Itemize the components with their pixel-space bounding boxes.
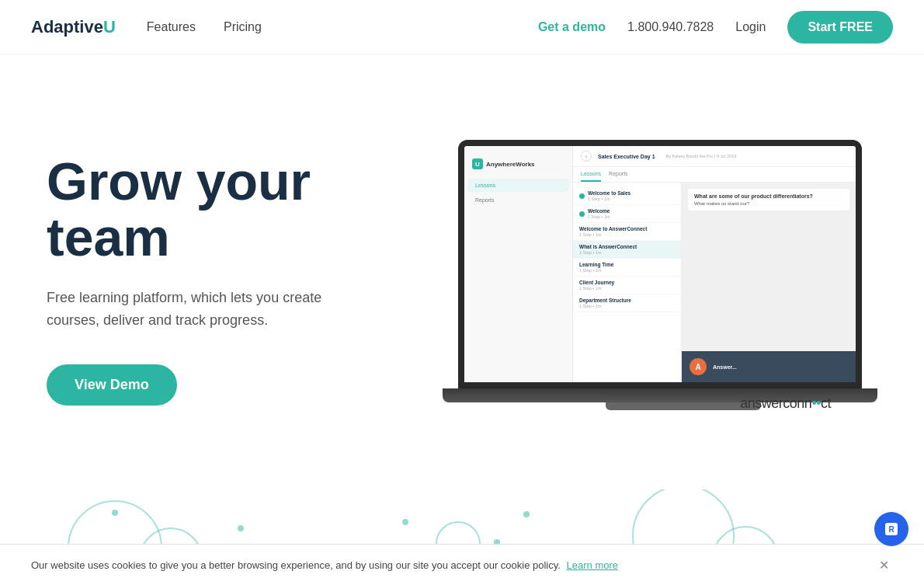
screen-sidebar: U AnywhereWorks Lessons Reports xyxy=(464,146,573,382)
svg-point-7 xyxy=(402,519,408,525)
cookie-banner: Our website uses cookies to give you a b… xyxy=(0,544,924,583)
nav-phone: 1.800.940.7828 xyxy=(627,20,714,34)
hero-section: Grow your team Free learning platform, w… xyxy=(0,54,924,489)
sidebar-app-name: AnywhereWorks xyxy=(486,161,535,168)
revain-badge[interactable]: R xyxy=(874,512,908,546)
hero-image: U AnywhereWorks Lessons Reports ‹ Sales … xyxy=(419,124,877,435)
sidebar-item-reports[interactable]: Reports xyxy=(467,193,569,207)
avatar: A xyxy=(690,358,707,375)
list-item[interactable]: Welcome 1 Step • 1m xyxy=(573,205,681,223)
nav-right: Get a demo 1.800.940.7828 Login Start FR… xyxy=(538,11,893,44)
cookie-learn-more[interactable]: Learn more xyxy=(567,559,618,571)
course-title: Sales Executive Day 1 xyxy=(598,154,655,159)
brand-logo[interactable]: AdaptiveU xyxy=(31,17,116,37)
brand-name-part2: U xyxy=(103,17,116,37)
cookie-text: Our website uses cookies to give you a b… xyxy=(31,559,859,571)
screen-tabs: Lessons Reports xyxy=(573,167,856,183)
list-item[interactable]: Welcome to Sales 1 Step • 1m xyxy=(573,187,681,205)
list-item[interactable]: Department Structure 1 Step • 1m xyxy=(573,294,681,312)
video-question-title: What are some of our product differentia… xyxy=(694,193,843,199)
video-question-sub: What makes us stand out? xyxy=(694,201,843,206)
hero-text: Grow your team Free learning platform, w… xyxy=(47,154,419,405)
nav-demo-link[interactable]: Get a demo xyxy=(538,20,606,34)
tab-lessons[interactable]: Lessons xyxy=(581,167,601,182)
back-button[interactable]: ‹ xyxy=(581,151,592,162)
screen-content: U AnywhereWorks Lessons Reports ‹ Sales … xyxy=(464,146,856,382)
lesson-check-icon xyxy=(579,211,585,217)
svg-point-6 xyxy=(238,525,244,531)
cookie-close-button[interactable]: ✕ xyxy=(874,555,893,574)
svg-point-9 xyxy=(523,511,530,517)
sidebar-item-lessons[interactable]: Lessons xyxy=(467,179,569,192)
hero-title: Grow your team xyxy=(47,154,419,265)
video-overlay: A Answer... xyxy=(682,351,856,382)
course-meta: By Kelsey Bandit the Pro | 9 Jul 2019 xyxy=(666,154,737,158)
svg-text:R: R xyxy=(888,525,894,534)
screen-video: What are some of our product differentia… xyxy=(682,183,856,382)
brand-name-part1: Adaptive xyxy=(31,17,103,37)
list-item[interactable]: Client Journey 1 Step • 1m xyxy=(573,277,681,294)
video-answer-label: Answer... xyxy=(713,364,737,370)
list-item[interactable]: Learning Time 1 Step • 1m xyxy=(573,259,681,277)
start-free-button[interactable]: Start FREE xyxy=(787,11,893,44)
screen-main: ‹ Sales Executive Day 1 By Kelsey Bandit… xyxy=(573,146,856,382)
list-item[interactable]: Welcome to AnswerConnect 1 Step • 1m xyxy=(573,223,681,241)
answerconnect-logo: answerconn••ct xyxy=(740,395,831,412)
video-question: What are some of our product differentia… xyxy=(688,189,849,211)
screen-body: Welcome to Sales 1 Step • 1m xyxy=(573,183,856,382)
view-demo-button[interactable]: View Demo xyxy=(47,364,177,406)
navbar: AdaptiveU Features Pricing Get a demo 1.… xyxy=(0,0,924,54)
nav-pricing[interactable]: Pricing xyxy=(224,20,262,34)
screen-sidebar-header: U AnywhereWorks xyxy=(464,154,572,174)
sidebar-logo-dot: U xyxy=(472,158,483,169)
laptop-mockup: U AnywhereWorks Lessons Reports ‹ Sales … xyxy=(458,140,908,420)
list-item[interactable]: What is AnswerConnect 1 Step • 1m xyxy=(573,241,681,259)
lesson-check-icon xyxy=(579,193,585,199)
revain-icon: R xyxy=(883,521,900,538)
screen-top-bar: ‹ Sales Executive Day 1 By Kelsey Bandit… xyxy=(573,146,856,167)
hero-subtitle: Free learning platform, which lets you c… xyxy=(47,287,342,332)
svg-point-5 xyxy=(112,510,118,516)
nav-login[interactable]: Login xyxy=(735,20,766,34)
lesson-list: Welcome to Sales 1 Step • 1m xyxy=(573,183,682,382)
nav-links: Features Pricing xyxy=(147,20,538,34)
laptop-stand xyxy=(606,402,761,410)
nav-features[interactable]: Features xyxy=(147,20,196,34)
tab-reports[interactable]: Reports xyxy=(609,167,628,182)
laptop-screen: U AnywhereWorks Lessons Reports ‹ Sales … xyxy=(458,140,862,388)
